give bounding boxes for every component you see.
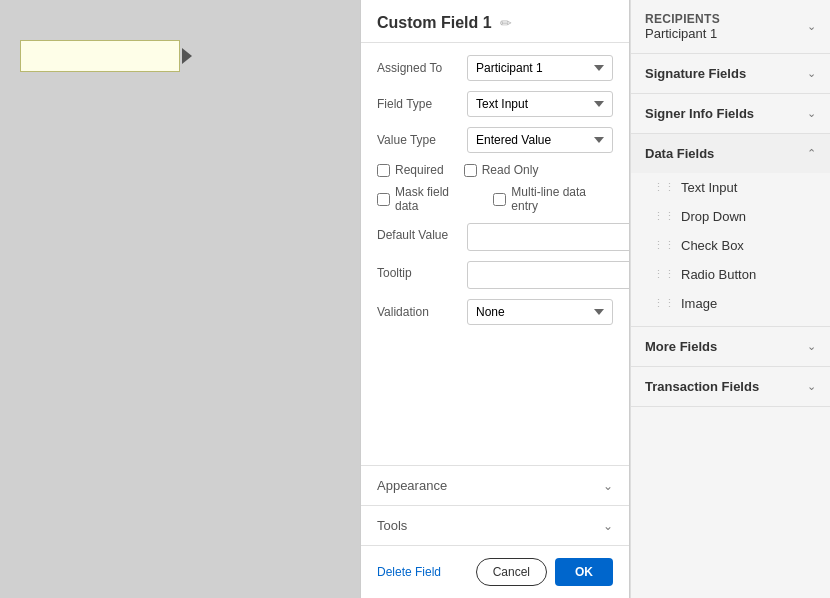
checkbox-row-1: Required Read Only (377, 163, 613, 177)
signature-fields-title: Signature Fields (645, 66, 746, 81)
recipients-title-label: RECIPIENTS (645, 12, 720, 26)
field-type-row: Field Type Text Input (377, 91, 613, 117)
panel-footer: Delete Field Cancel OK (361, 545, 629, 598)
read-only-checkbox[interactable] (464, 164, 477, 177)
field-box[interactable] (20, 40, 180, 72)
recipients-value: Participant 1 (645, 26, 720, 41)
assigned-to-row: Assigned To Participant 1 (377, 55, 613, 81)
validation-label: Validation (377, 305, 467, 319)
default-value-label: Default Value (377, 223, 467, 242)
signature-fields-section: Signature Fields ⌄ (631, 54, 830, 94)
custom-field-panel: Custom Field 1 ✏ Assigned To Participant… (360, 0, 630, 598)
multi-line-checkbox[interactable] (493, 193, 506, 206)
more-fields-chevron: ⌄ (807, 340, 816, 353)
drop-down-label: Drop Down (681, 209, 746, 224)
data-field-text-input[interactable]: ⋮⋮ Text Input (631, 173, 830, 202)
mask-field-checkbox-item: Mask field data (377, 185, 473, 213)
signature-fields-chevron: ⌄ (807, 67, 816, 80)
data-fields-header[interactable]: Data Fields ⌃ (631, 134, 830, 173)
right-sidebar: RECIPIENTS Participant 1 ⌄ Signature Fie… (630, 0, 830, 598)
value-type-select[interactable]: Entered Value (467, 127, 613, 153)
transaction-fields-header[interactable]: Transaction Fields ⌄ (631, 367, 830, 406)
text-input-label: Text Input (681, 180, 737, 195)
assigned-to-select[interactable]: Participant 1 (467, 55, 613, 81)
default-value-input[interactable] (467, 223, 630, 251)
more-fields-title: More Fields (645, 339, 717, 354)
signer-info-chevron: ⌄ (807, 107, 816, 120)
mask-field-checkbox[interactable] (377, 193, 390, 206)
tools-section[interactable]: Tools ⌄ (361, 505, 629, 545)
checkboxes-section: Required Read Only Mask field data Multi… (377, 163, 613, 213)
multi-line-label: Multi-line data entry (511, 185, 613, 213)
footer-buttons: Cancel OK (476, 558, 613, 586)
more-fields-section: More Fields ⌄ (631, 327, 830, 367)
canvas-area (0, 0, 360, 598)
appearance-section[interactable]: Appearance ⌄ (361, 465, 629, 505)
data-field-drop-down[interactable]: ⋮⋮ Drop Down (631, 202, 830, 231)
drag-handle-image: ⋮⋮ (653, 297, 675, 310)
panel-header: Custom Field 1 ✏ (361, 0, 629, 43)
data-field-image[interactable]: ⋮⋮ Image (631, 289, 830, 318)
tools-label: Tools (377, 518, 407, 533)
tools-chevron: ⌄ (603, 519, 613, 533)
assigned-to-label: Assigned To (377, 61, 467, 75)
panel-title: Custom Field 1 (377, 14, 492, 32)
field-container (20, 40, 192, 72)
more-fields-header[interactable]: More Fields ⌄ (631, 327, 830, 366)
validation-row: Validation None (377, 299, 613, 325)
tooltip-row: Tooltip (377, 261, 613, 289)
drag-handle-drop-down: ⋮⋮ (653, 210, 675, 223)
signature-fields-header[interactable]: Signature Fields ⌄ (631, 54, 830, 93)
required-checkbox[interactable] (377, 164, 390, 177)
validation-select[interactable]: None (467, 299, 613, 325)
field-arrow (182, 48, 192, 64)
data-fields-section: Data Fields ⌃ ⋮⋮ Text Input ⋮⋮ Drop Down… (631, 134, 830, 327)
recipients-section: RECIPIENTS Participant 1 ⌄ (631, 0, 830, 54)
recipients-chevron: ⌄ (807, 20, 816, 33)
field-type-label: Field Type (377, 97, 467, 111)
transaction-fields-section: Transaction Fields ⌄ (631, 367, 830, 407)
recipients-header[interactable]: RECIPIENTS Participant 1 ⌄ (631, 0, 830, 53)
value-type-row: Value Type Entered Value (377, 127, 613, 153)
data-fields-items: ⋮⋮ Text Input ⋮⋮ Drop Down ⋮⋮ Check Box … (631, 173, 830, 326)
image-label: Image (681, 296, 717, 311)
signer-info-header[interactable]: Signer Info Fields ⌄ (631, 94, 830, 133)
ok-button[interactable]: OK (555, 558, 613, 586)
data-field-radio-button[interactable]: ⋮⋮ Radio Button (631, 260, 830, 289)
drag-handle-text-input: ⋮⋮ (653, 181, 675, 194)
default-value-row: Default Value (377, 223, 613, 251)
read-only-checkbox-item: Read Only (464, 163, 539, 177)
read-only-label: Read Only (482, 163, 539, 177)
delete-field-link[interactable]: Delete Field (377, 565, 441, 579)
signer-info-section: Signer Info Fields ⌄ (631, 94, 830, 134)
check-box-label: Check Box (681, 238, 744, 253)
transaction-fields-chevron: ⌄ (807, 380, 816, 393)
signer-info-title: Signer Info Fields (645, 106, 754, 121)
radio-button-label: Radio Button (681, 267, 756, 282)
mask-field-label: Mask field data (395, 185, 473, 213)
transaction-fields-title: Transaction Fields (645, 379, 759, 394)
field-type-select[interactable]: Text Input (467, 91, 613, 117)
drag-handle-check-box: ⋮⋮ (653, 239, 675, 252)
tooltip-input[interactable] (467, 261, 630, 289)
panel-body: Assigned To Participant 1 Field Type Tex… (361, 43, 629, 465)
data-fields-chevron: ⌃ (807, 147, 816, 160)
cancel-button[interactable]: Cancel (476, 558, 547, 586)
data-field-check-box[interactable]: ⋮⋮ Check Box (631, 231, 830, 260)
required-checkbox-item: Required (377, 163, 444, 177)
appearance-chevron: ⌄ (603, 479, 613, 493)
value-type-label: Value Type (377, 133, 467, 147)
checkbox-row-2: Mask field data Multi-line data entry (377, 185, 613, 213)
appearance-label: Appearance (377, 478, 447, 493)
drag-handle-radio-button: ⋮⋮ (653, 268, 675, 281)
data-fields-title: Data Fields (645, 146, 714, 161)
required-label: Required (395, 163, 444, 177)
multi-line-checkbox-item: Multi-line data entry (493, 185, 613, 213)
tooltip-label: Tooltip (377, 261, 467, 280)
edit-icon[interactable]: ✏ (500, 15, 512, 31)
